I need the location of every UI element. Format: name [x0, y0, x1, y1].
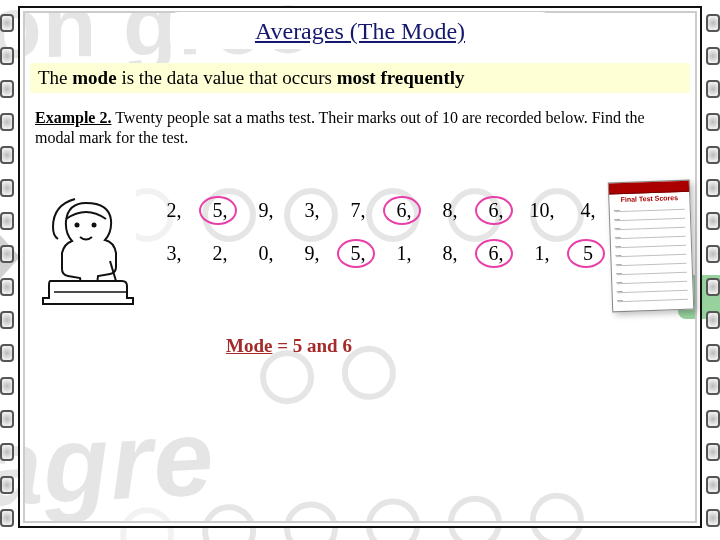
- data-value: 2,: [197, 242, 243, 265]
- page-title: Averages (The Mode): [255, 18, 465, 44]
- data-value: 1,: [519, 242, 565, 265]
- data-value: 4,: [565, 199, 611, 222]
- data-value: 0,: [243, 242, 289, 265]
- answer-value: = 5 and 6: [272, 335, 351, 356]
- answer-label: Mode: [226, 335, 272, 356]
- slide: on gree agre Averages (The Mode) The mod…: [0, 0, 720, 540]
- binding-right: [706, 0, 720, 540]
- data-value-highlighted: 6,: [473, 242, 519, 265]
- data-value: 2,: [151, 199, 197, 222]
- definition: The mode is the data value that occurs m…: [30, 63, 690, 93]
- data-area: 2,5,9,3,7,6,8,6,10,4,3,2,0,9,5,1,8,6,1,5…: [26, 195, 694, 315]
- svg-point-2: [92, 223, 97, 228]
- def-mid: is the data value that occurs: [117, 67, 337, 88]
- data-values: 2,5,9,3,7,6,8,6,10,4,3,2,0,9,5,1,8,6,1,5: [151, 199, 604, 285]
- data-value-highlighted: 5,: [197, 199, 243, 222]
- data-value: 9,: [243, 199, 289, 222]
- def-term: mode: [72, 67, 116, 88]
- score-card-lines: [610, 203, 693, 307]
- content: Averages (The Mode) The mode is the data…: [26, 12, 694, 520]
- data-value: 8,: [427, 199, 473, 222]
- def-post: most frequently: [337, 67, 465, 88]
- example-body: Twenty people sat a maths test. Their ma…: [35, 109, 645, 146]
- svg-point-1: [75, 223, 80, 228]
- def-pre: The: [38, 67, 72, 88]
- example-label: Example 2.: [35, 109, 111, 126]
- data-value-highlighted: 6,: [381, 199, 427, 222]
- title-box: Averages (The Mode): [170, 12, 550, 49]
- answer: Mode = 5 and 6: [226, 335, 694, 357]
- binding-left: [0, 0, 14, 540]
- score-card: Final Test Scores: [608, 180, 694, 313]
- data-value: 8,: [427, 242, 473, 265]
- example-text: Example 2. Twenty people sat a maths tes…: [32, 107, 688, 149]
- data-value: 3,: [289, 199, 335, 222]
- data-value: 3,: [151, 242, 197, 265]
- data-value: 7,: [335, 199, 381, 222]
- data-row: 3,2,0,9,5,1,8,6,1,5: [151, 242, 604, 265]
- data-value-highlighted: 5: [565, 242, 611, 265]
- student-illustration: [36, 191, 136, 306]
- data-value: 9,: [289, 242, 335, 265]
- data-row: 2,5,9,3,7,6,8,6,10,4,: [151, 199, 604, 222]
- data-value: 10,: [519, 199, 565, 222]
- data-value-highlighted: 6,: [473, 199, 519, 222]
- data-value: 1,: [381, 242, 427, 265]
- data-value-highlighted: 5,: [335, 242, 381, 265]
